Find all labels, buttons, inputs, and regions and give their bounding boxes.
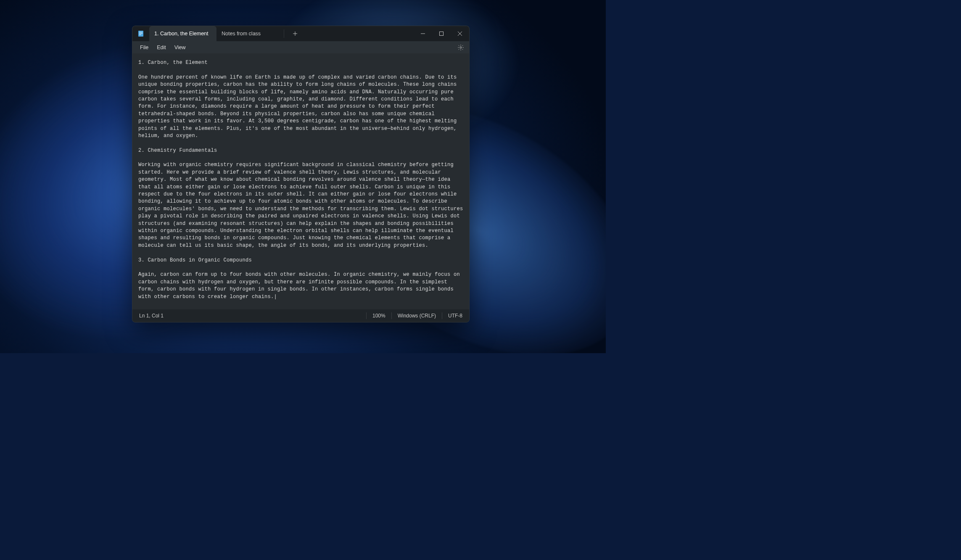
minimize-button[interactable]: [414, 26, 432, 41]
menu-file[interactable]: File: [136, 43, 153, 52]
status-zoom[interactable]: 100%: [372, 313, 386, 319]
window-controls: [414, 26, 469, 41]
status-divider: [442, 312, 442, 319]
notepad-window: 1. Carbon, the Element Notes from class …: [132, 26, 470, 322]
statusbar: Ln 1, Col 1 100% Windows (CRLF) UTF-8: [132, 309, 469, 322]
status-divider: [391, 312, 392, 319]
notepad-app-icon: [132, 26, 149, 41]
tab-label: 1. Carbon, the Element: [154, 31, 209, 37]
svg-point-5: [460, 47, 462, 48]
tab-label: Notes from class: [222, 31, 261, 37]
tab-carbon-element[interactable]: 1. Carbon, the Element: [149, 26, 216, 41]
status-line-endings[interactable]: Windows (CRLF): [397, 313, 437, 319]
text-editor[interactable]: 1. Carbon, the Element One hundred perce…: [132, 53, 469, 309]
tab-notes-from-class[interactable]: Notes from class: [216, 26, 284, 41]
menu-edit[interactable]: Edit: [153, 43, 170, 52]
close-button[interactable]: [451, 26, 469, 41]
titlebar[interactable]: 1. Carbon, the Element Notes from class: [132, 26, 469, 41]
svg-rect-4: [440, 32, 444, 36]
new-tab-button[interactable]: [288, 26, 303, 41]
maximize-button[interactable]: [432, 26, 451, 41]
gear-icon: [457, 44, 464, 51]
status-divider: [366, 312, 367, 319]
tab-strip: 1. Carbon, the Element Notes from class: [149, 26, 284, 41]
svg-rect-2: [139, 33, 143, 34]
menubar: File Edit View: [132, 41, 469, 53]
status-cursor-position[interactable]: Ln 1, Col 1: [138, 313, 361, 319]
svg-rect-3: [139, 34, 141, 35]
menu-view[interactable]: View: [170, 43, 190, 52]
status-encoding[interactable]: UTF-8: [447, 313, 463, 319]
settings-button[interactable]: [456, 42, 466, 53]
tab-divider: [284, 29, 284, 38]
svg-rect-1: [139, 32, 143, 32]
